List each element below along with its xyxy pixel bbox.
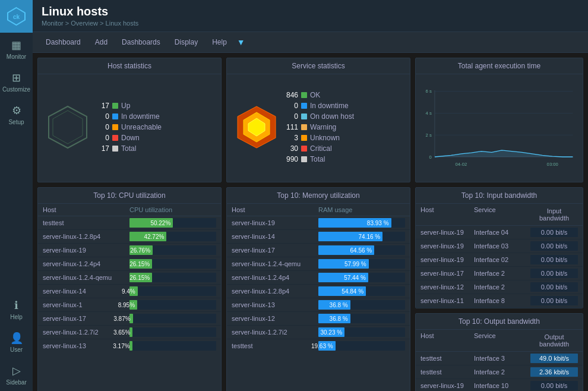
memory-bar-container: 54.84 % (318, 286, 405, 296)
cpu-table-row[interactable]: server-linux-14 9.4% (38, 285, 221, 298)
cpu-bar-fill: 3.87% (129, 314, 133, 323)
sidebar-item-label: Monitor (7, 53, 26, 60)
cpu-table-row[interactable]: server-linux-1.2.7i2 3.65% (38, 326, 221, 339)
input-bw-row[interactable]: server-linux-19 Interface 02 0.00 bit/s (416, 253, 583, 267)
svg-text:ck: ck (13, 14, 20, 20)
out-bw-service: Interface 3 (474, 355, 530, 362)
agent-chart: 6 s 4 s 2 s 0 04-02 03:00 (416, 74, 583, 180)
cpu-metric-cell: 3.65% (129, 327, 216, 337)
nav-dashboard[interactable]: Dashboard (39, 32, 88, 53)
memory-bar-fill: 57.99 % (318, 259, 369, 269)
memory-host-cell: testtest (232, 342, 318, 349)
memory-table-row[interactable]: server-linux-1.2.4p4 57.44 % (227, 271, 410, 285)
stat-downtime: 0 In downtime (97, 112, 215, 121)
memory-metric-cell: 83.93 % (318, 218, 405, 228)
cpu-host-cell: server-linux-1 (43, 301, 129, 308)
memory-table-row[interactable]: server-linux-19 83.93 % (227, 216, 410, 230)
cpu-metric-cell: 26.76% (129, 245, 216, 255)
sidebar-item-user[interactable]: 👤 User (0, 326, 33, 358)
memory-bar-fill: 64.56 % (318, 245, 374, 255)
header: Linux hosts Monitor > Overview > Linux h… (33, 0, 588, 32)
stat-total: 17 Total (97, 144, 215, 153)
cpu-bar-container: 9.4% (129, 286, 216, 296)
sidebar-item-monitor[interactable]: ▦ Monitor (0, 33, 33, 65)
sidebar-toggle-icon: ▷ (12, 364, 21, 377)
sidebar-item-sidebar[interactable]: ▷ Sidebar (0, 358, 33, 391)
cpu-table-title: Top 10: CPU utilization (38, 188, 221, 204)
output-bandwidth-card: Top 10: Output bandwidth Host Service Ou… (415, 313, 583, 391)
memory-table-row[interactable]: server-linux-14 74.16 % (227, 230, 410, 244)
memory-host-cell: server-linux-1.2.4p4 (232, 274, 318, 281)
output-bw-header: Host Service Output bandwidth (416, 330, 583, 352)
host-statistics-title: Host statistics (38, 58, 221, 74)
sidebar-item-customize[interactable]: ⊞ Customize (0, 65, 33, 98)
memory-bar-fill: 30.23 % (318, 327, 344, 337)
nav-display[interactable]: Display (167, 32, 205, 53)
nav-dashboards[interactable]: Dashboards (115, 32, 167, 53)
cpu-table-body: testtest 50.22% server-linux-1.2.8p4 42.… (38, 216, 221, 352)
input-bw-title: Top 10: Input bandwidth (416, 188, 583, 204)
memory-table-row[interactable]: server-linux-1.2.8p4 54.84 % (227, 285, 410, 298)
cpu-table-row[interactable]: server-linux-1 8.95% (38, 298, 221, 312)
input-bw-row[interactable]: server-linux-19 Interface 04 0.00 bit/s (416, 226, 583, 239)
memory-bar-container: 74.16 % (318, 232, 405, 241)
input-bw-row[interactable]: server-linux-11 Interface 8 0.00 bit/s (416, 294, 583, 308)
host-hexagon (44, 103, 91, 151)
cpu-table-row[interactable]: server-linux-13 3.17% (38, 339, 221, 352)
output-col-service: Service (474, 332, 530, 349)
svg-marker-3 (53, 111, 83, 144)
sidebar-item-help[interactable]: ℹ Help (0, 293, 33, 326)
memory-table-row[interactable]: testtest 19.63 % (227, 339, 410, 352)
sidebar-item-setup[interactable]: ⚙ Setup (0, 98, 33, 131)
memory-table-row[interactable]: server-linux-13 36.8 % (227, 298, 410, 312)
sstat-critical: 30 Critical (286, 144, 404, 153)
memory-col-metric: RAM usage (318, 206, 405, 213)
output-bw-row[interactable]: testtest Interface 3 49.0 kbit/s (416, 352, 583, 365)
input-bw-row[interactable]: server-linux-17 Interface 2 0.00 bit/s (416, 267, 583, 280)
cpu-table-row[interactable]: server-linux-1.2.4p4 26.15% (38, 257, 221, 271)
memory-metric-cell: 57.44 % (318, 273, 405, 282)
output-bw-row[interactable]: testtest Interface 2 2.36 kbit/s (416, 365, 583, 379)
memory-table-row[interactable]: server-linux-12 36.8 % (227, 312, 410, 326)
output-bw-row[interactable]: server-linux-19 Interface 10 0.00 bit/s (416, 379, 583, 391)
input-bw-row[interactable]: server-linux-19 Interface 03 0.00 bit/s (416, 239, 583, 253)
cpu-table-row[interactable]: server-linux-17 3.87% (38, 312, 221, 326)
cpu-bar-container: 3.65% (129, 327, 216, 337)
memory-host-cell: server-linux-19 (232, 219, 318, 226)
in-bw-value: 0.00 bit/s (530, 282, 578, 292)
memory-table-row[interactable]: server-linux-1.2.4-qemu 57.99 % (227, 257, 410, 271)
cpu-bar-fill: 9.4% (129, 286, 138, 296)
cpu-metric-cell: 50.22% (129, 218, 216, 228)
cpu-bar-fill: 42.72% (129, 232, 166, 241)
logo[interactable]: ck (0, 0, 33, 33)
memory-table-row[interactable]: server-linux-17 64.56 % (227, 244, 410, 257)
sidebar-item-label: Customize (2, 86, 30, 93)
memory-bar-fill: 36.8 % (318, 314, 350, 323)
cpu-table-card: Top 10: CPU utilization Host CPU utiliza… (37, 187, 222, 391)
dot-critical (301, 146, 307, 152)
cpu-table-row[interactable]: server-linux-1.2.4-qemu 26.15% (38, 271, 221, 285)
input-bw-row[interactable]: server-linux-12 Interface 2 0.00 bit/s (416, 280, 583, 294)
in-bw-host: server-linux-19 (421, 256, 474, 263)
nav-add[interactable]: Add (88, 32, 115, 53)
input-col-value: Input bandwidth (530, 206, 578, 223)
host-statistics-card: Host statistics 17 Up (37, 58, 222, 182)
memory-table-row[interactable]: server-linux-1.2.7i2 30.23 % (227, 326, 410, 339)
memory-bar-container: 64.56 % (318, 245, 405, 255)
service-statistics-card: Service statistics 846 OK (226, 58, 410, 182)
out-bw-value: 0.00 bit/s (530, 381, 578, 390)
nav-help[interactable]: Help (205, 32, 234, 53)
stat-unreachable: 0 Unreachable (97, 123, 215, 131)
cpu-table-row[interactable]: server-linux-19 26.76% (38, 244, 221, 257)
filter-icon[interactable]: ▼ (237, 37, 245, 47)
memory-table-body: server-linux-19 83.93 % server-linux-14 … (227, 216, 410, 352)
svg-text:0: 0 (429, 154, 432, 160)
cpu-table-row[interactable]: testtest 50.22% (38, 216, 221, 230)
cpu-host-cell: testtest (43, 219, 129, 226)
memory-bar-container: 57.99 % (318, 259, 405, 269)
dot-down (112, 135, 118, 141)
page-title: Linux hosts (42, 5, 579, 18)
cpu-table-row[interactable]: server-linux-1.2.8p4 42.72% (38, 230, 221, 244)
bandwidth-panel: Top 10: Input bandwidth Host Service Inp… (415, 187, 583, 391)
in-bw-value: 0.00 bit/s (530, 255, 578, 264)
